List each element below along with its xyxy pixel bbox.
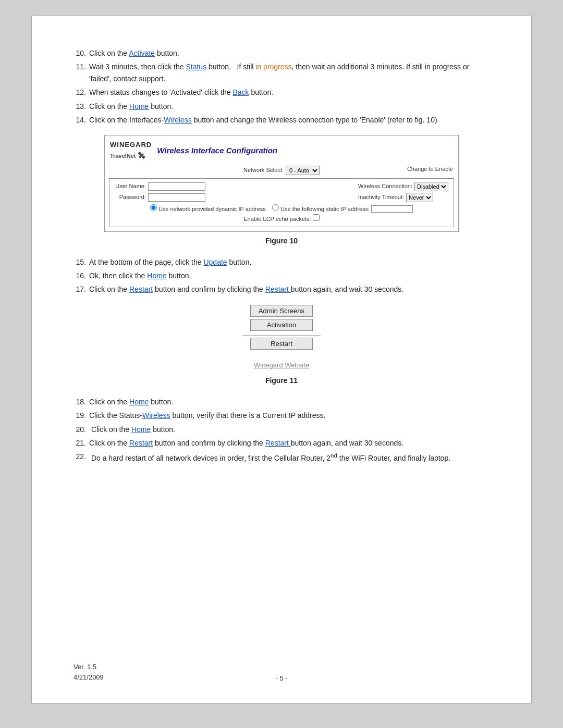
home-link-13[interactable]: Home (129, 102, 149, 110)
figure-10-caption: Figure 10 (74, 235, 489, 246)
superscript-nd: nd (331, 452, 337, 459)
inactivity-timeout-field: Inactivity Timeout: Never (358, 193, 448, 202)
in-progress-text: in progress (255, 63, 291, 71)
step-number: 11. (74, 61, 89, 84)
lcp-checkbox[interactable] (313, 214, 320, 221)
password-field: Password: (115, 193, 205, 202)
activate-link[interactable]: Activate (129, 49, 155, 57)
list-item: 10. Click on the Activate button. (74, 47, 489, 59)
status-link[interactable]: Status (186, 63, 206, 71)
username-label: User Name: (115, 182, 146, 191)
steps-section-1: 10. Click on the Activate button. 11. Wa… (74, 47, 489, 126)
step-number: 10. (74, 47, 89, 59)
fig10-right-fields: Wireless Connection: Disabled Inactivity… (358, 182, 448, 202)
restart-link-17b[interactable]: Restart (265, 285, 291, 293)
step-text: Ok, then click the Home button. (89, 270, 489, 281)
change-to-enable-label: Change to Enable (407, 165, 453, 174)
step-number: 15. (74, 256, 89, 268)
footer-left: Ver. 1.5 4/21/2009 (74, 662, 104, 682)
fig10-title: Wireless Interface Configuration (157, 144, 277, 157)
page-number: - 5 - (275, 674, 287, 682)
dynamic-ip-radio[interactable] (150, 204, 157, 211)
admin-screens-button[interactable]: Admin Screens (250, 305, 313, 317)
inactivity-timeout-label: Inactivity Timeout: (358, 193, 404, 202)
static-ip-input[interactable] (371, 205, 413, 213)
step-text: Click on the Home button. (89, 101, 489, 112)
step-number: 22. (74, 451, 89, 464)
step-text: Wait 3 minutes, then click the Status bu… (89, 61, 489, 84)
figure-10-container: WINEGARD TravelNet 🛰 Wireless Interface … (74, 135, 489, 246)
winegard-website-link[interactable]: Winegard Website (254, 360, 309, 371)
username-field: User Name: (115, 182, 205, 191)
activation-button[interactable]: Activation (250, 319, 313, 331)
network-select-dropdown[interactable]: 0 - Auto (286, 166, 320, 175)
static-ip-radio[interactable] (272, 204, 279, 211)
step-text: Do a hard restart of all network devices… (89, 451, 489, 464)
winegard-logo: WINEGARD TravelNet 🛰 (110, 140, 152, 162)
step-text: Click on the Home button. (89, 424, 489, 435)
wireless-connection-select[interactable]: Disabled (414, 182, 448, 191)
wireless-connection-label: Wireless Connection: (358, 182, 412, 191)
password-label: Password: (115, 193, 146, 202)
figure-11-caption: Figure 11 (74, 375, 489, 386)
update-link[interactable]: Update (203, 258, 227, 266)
step-number: 18. (74, 396, 89, 408)
network-select-label: Network Select: (243, 166, 284, 175)
step-number: 19. (74, 410, 89, 421)
figure-11-container: Admin Screens Activation Restart Winegar… (74, 305, 489, 387)
list-item: 21. Click on the Restart button and conf… (74, 437, 489, 449)
restart-link-21a[interactable]: Restart (129, 439, 153, 447)
back-link[interactable]: Back (232, 88, 249, 96)
restart-link-17a[interactable]: Restart (129, 285, 153, 293)
step-number: 12. (74, 87, 89, 98)
list-item: 20. Click on the Home button. (74, 424, 489, 435)
home-link-16[interactable]: Home (147, 272, 166, 280)
wireless-link-14[interactable]: Wireless (164, 116, 192, 124)
footer-center: - 5 - (275, 674, 287, 682)
step-text: Click on the Restart button and confirm … (89, 437, 489, 449)
steps-section-2: 15. At the bottom of the page, click the… (74, 256, 489, 295)
list-item: 19. Click the Status-Wireless button, ve… (74, 410, 489, 421)
home-link-20[interactable]: Home (131, 425, 151, 434)
list-item: 16. Ok, then click the Home button. (74, 270, 489, 281)
figure-10-box: WINEGARD TravelNet 🛰 Wireless Interface … (104, 135, 459, 232)
list-item: 22. Do a hard restart of all network dev… (74, 451, 489, 464)
fig10-radio-row: Use network provided dynamic IP address … (115, 204, 448, 214)
step-number: 14. (74, 114, 89, 126)
list-item: 18. Click on the Home button. (74, 396, 489, 408)
satellite-icon: 🛰 (138, 151, 145, 162)
fig10-fields-row: User Name: Password: Wireless Connection… (115, 182, 448, 202)
figure-11-box: Admin Screens Activation Restart Winegar… (193, 305, 370, 372)
step-text: When status changes to 'Activated' click… (89, 87, 489, 98)
password-input[interactable] (148, 193, 205, 202)
travelnet-label: TravelNet 🛰 (110, 151, 152, 162)
step-text: At the bottom of the page, click the Upd… (89, 256, 489, 268)
wireless-link-19[interactable]: Wireless (142, 411, 170, 419)
step-text: Click on the Home button. (89, 396, 489, 408)
page: 10. Click on the Activate button. 11. Wa… (31, 16, 532, 704)
inactivity-timeout-select[interactable]: Never (406, 193, 433, 202)
step-text: Click on the Activate button. (89, 47, 489, 59)
content: 10. Click on the Activate button. 11. Wa… (74, 47, 489, 464)
step-number: 21. (74, 437, 89, 449)
wireless-connection-field: Wireless Connection: Disabled (358, 182, 448, 191)
step-text: Click on the Restart button and confirm … (89, 283, 489, 295)
step-number: 16. (74, 270, 89, 281)
version-text: Ver. 1.5 (74, 662, 104, 672)
home-link-18[interactable]: Home (129, 398, 149, 406)
username-input[interactable] (148, 182, 205, 191)
restart-link-21b[interactable]: Restart (265, 439, 291, 447)
step-text: Click on the Interfaces-Wireless button … (89, 114, 489, 126)
restart-button[interactable]: Restart (250, 338, 313, 350)
lcp-label: Enable LCP echo packets: (243, 216, 311, 222)
static-ip-label: Use the following static IP address: (280, 206, 370, 212)
list-item: 15. At the bottom of the page, click the… (74, 256, 489, 268)
fig10-header: WINEGARD TravelNet 🛰 Wireless Interface … (105, 135, 458, 164)
fig10-left-fields: User Name: Password: (115, 182, 205, 202)
step-text: Click the Status-Wireless button, verify… (89, 410, 489, 421)
fig10-inner: User Name: Password: Wireless Connection… (109, 178, 454, 227)
list-item: 17. Click on the Restart button and conf… (74, 283, 489, 295)
list-item: 14. Click on the Interfaces-Wireless but… (74, 114, 489, 126)
step-number: 13. (74, 101, 89, 112)
fig10-lcp-row: Enable LCP echo packets: (115, 214, 448, 224)
